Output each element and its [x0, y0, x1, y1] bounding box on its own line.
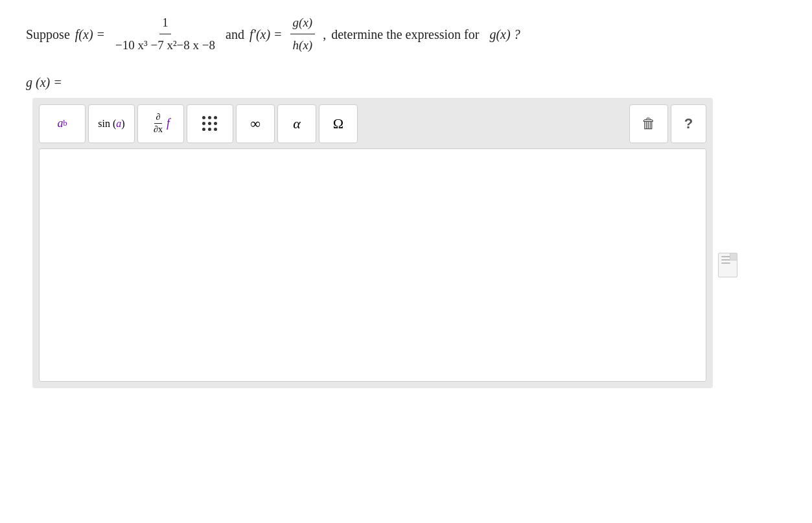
trash-icon: 🗑	[642, 115, 656, 132]
partial-f-label: f	[167, 117, 170, 130]
problem-statement: Suppose f(x) = 1 −10 x³ −7 x²−8 x −8 and…	[26, 13, 786, 56]
main-fraction: 1 −10 x³ −7 x²−8 x −8	[113, 13, 218, 56]
omega-button[interactable]: Ω	[319, 104, 358, 143]
dot	[202, 116, 205, 119]
page-line	[721, 256, 730, 257]
more-symbols-button[interactable]	[187, 104, 233, 143]
help-icon: ?	[684, 115, 693, 132]
dot	[208, 122, 211, 125]
dot	[214, 116, 217, 119]
fx-label: f(x) =	[75, 24, 105, 45]
answer-label: g (x) =	[26, 75, 786, 90]
partial-frac-display: ∂ ∂x	[152, 112, 165, 135]
page-icon	[718, 253, 737, 277]
omega-symbol: Ω	[333, 115, 343, 132]
alpha-symbol: α	[293, 115, 301, 132]
sin-arg: a	[116, 118, 121, 129]
dot	[208, 128, 211, 131]
page-line	[721, 259, 730, 261]
partial-derivative-button[interactable]: ∂ ∂x f	[137, 104, 184, 143]
sup-label: b	[64, 119, 67, 128]
editor-wrapper	[39, 148, 706, 382]
gx-hx-fraction: g(x) h(x)	[290, 13, 316, 56]
infinity-symbol: ∞	[250, 115, 261, 132]
and-label: and	[226, 24, 244, 45]
clear-button[interactable]: 🗑	[629, 104, 668, 143]
fraction-numerator: 1	[159, 13, 171, 34]
gx-numerator: g(x)	[290, 13, 316, 34]
math-toolbar: ab sin (a) ∂ ∂x f	[39, 104, 706, 143]
infinity-button[interactable]: ∞	[236, 104, 275, 143]
help-button[interactable]: ?	[671, 104, 706, 143]
fprime-label: f′(x) =	[249, 24, 283, 45]
math-editor-container: ab sin (a) ∂ ∂x f	[32, 98, 713, 388]
answer-gx-label: g (x) =	[26, 75, 62, 90]
gx-question: g(x) ?	[489, 24, 520, 45]
suppose-label: Suppose	[26, 24, 70, 45]
dot	[214, 128, 217, 131]
comma-label: ,	[323, 24, 326, 45]
side-note-icon	[718, 253, 737, 277]
dot	[202, 122, 205, 125]
page-line	[721, 262, 730, 264]
dot	[214, 122, 217, 125]
hx-denominator: h(x)	[290, 34, 316, 55]
superscript-button[interactable]: ab	[39, 104, 86, 143]
partial-den: ∂x	[152, 124, 165, 135]
determine-text: determine the expression for	[331, 24, 479, 45]
trig-functions-button[interactable]: sin (a)	[88, 104, 135, 143]
dot	[208, 116, 211, 119]
dots-grid	[202, 116, 218, 132]
fraction-denominator: −10 x³ −7 x²−8 x −8	[113, 34, 218, 55]
math-input-area[interactable]	[39, 148, 706, 382]
sin-text: sin (a)	[98, 118, 124, 130]
partial-num: ∂	[154, 112, 163, 124]
greek-letters-button[interactable]: α	[277, 104, 316, 143]
dot	[202, 128, 205, 131]
base-label: a	[58, 117, 64, 130]
